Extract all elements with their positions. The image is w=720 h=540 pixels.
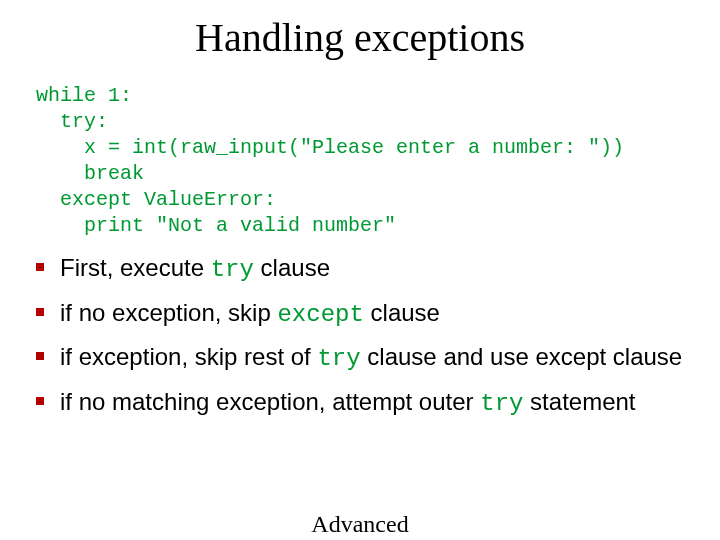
footer: Advanced Programming (0, 512, 720, 540)
keyword: try (317, 345, 360, 372)
list-item: if exception, skip rest of try clause an… (36, 342, 684, 375)
bullet-text: if no exception, skip (60, 299, 277, 326)
keyword: try (211, 256, 254, 283)
code-line: x = int(raw_input("Please enter a number… (36, 136, 624, 159)
code-line: while 1: (36, 84, 132, 107)
bullet-text: clause (254, 254, 330, 281)
slide-title: Handling exceptions (0, 14, 720, 61)
bullet-text: statement (523, 388, 635, 415)
bullet-text: clause and use except clause (361, 343, 683, 370)
list-item: First, execute try clause (36, 253, 684, 286)
code-line: print "Not a valid number" (36, 214, 396, 237)
list-item: if no matching exception, attempt outer … (36, 387, 684, 420)
code-line: break (36, 162, 144, 185)
slide: { "title": "Handling exceptions", "code"… (0, 14, 720, 540)
keyword: except (277, 301, 363, 328)
code-line: except ValueError: (36, 188, 276, 211)
keyword: try (480, 390, 523, 417)
code-line: try: (36, 110, 108, 133)
footer-line: Advanced (0, 512, 720, 537)
bullet-text: if no matching exception, attempt outer (60, 388, 480, 415)
bullet-list: First, execute try clause if no exceptio… (36, 253, 684, 420)
bullet-text: clause (364, 299, 440, 326)
bullet-text: if exception, skip rest of (60, 343, 317, 370)
code-block: while 1: try: x = int(raw_input("Please … (36, 83, 720, 239)
list-item: if no exception, skip except clause (36, 298, 684, 331)
bullet-text: First, execute (60, 254, 211, 281)
